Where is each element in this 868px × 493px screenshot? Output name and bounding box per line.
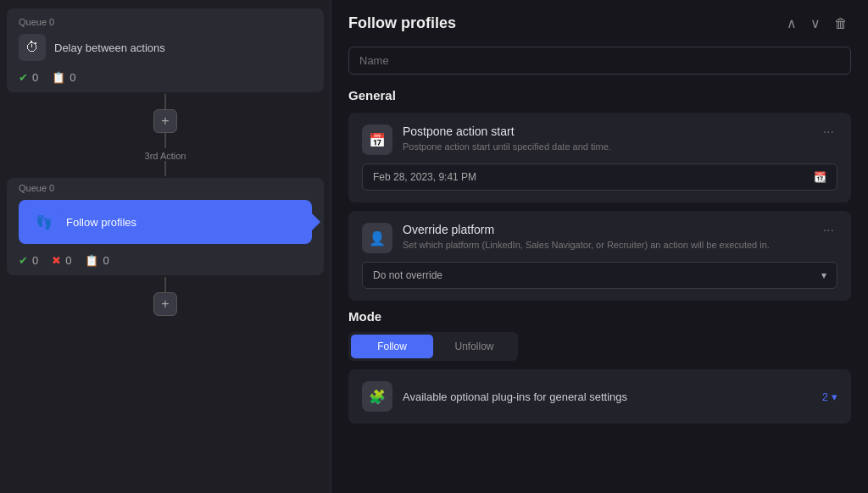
follow-check-icon: ✔ — [19, 254, 28, 267]
delay-check-stat: ✔ 0 — [19, 71, 38, 84]
postpone-icon: 📅 — [362, 125, 392, 155]
follow-action-card[interactable]: 👣 Follow profiles — [19, 200, 312, 244]
queue-bottom-label: Queue 0 — [19, 183, 312, 193]
follow-icon: 👣 — [31, 208, 58, 235]
date-value: Feb 28, 2023, 9:41 PM — [373, 171, 476, 183]
plugins-label: Available optional plug-ins for general … — [403, 391, 627, 403]
action-position-label: 3rd Action — [145, 151, 186, 161]
panel-header: Follow profiles ∧ ∨ 🗑 — [348, 14, 851, 33]
dropdown-value: Do not override — [373, 269, 442, 281]
queue-icon: 📋 — [52, 71, 65, 84]
chevron-down-btn[interactable]: ∨ — [807, 14, 824, 33]
follow-queue-icon: 📋 — [85, 254, 98, 267]
queue-top-label: Queue 0 — [19, 17, 312, 27]
plugins-icon: 🧩 — [362, 381, 392, 412]
override-card: 👤 Override platform Set which platform (… — [348, 211, 851, 301]
follow-queue-stat: 📋 0 — [85, 254, 108, 267]
date-selector[interactable]: Feb 28, 2023, 9:41 PM 📆 — [362, 163, 837, 191]
delay-action-row: ⏱ Delay between actions — [19, 34, 312, 61]
check-icon: ✔ — [19, 71, 28, 84]
delay-icon: ⏱ — [19, 34, 46, 61]
line-b1 — [164, 277, 166, 292]
header-actions: ∧ ∨ 🗑 — [783, 14, 851, 33]
override-dots-btn[interactable]: ··· — [820, 223, 837, 238]
override-icon: 👤 — [362, 223, 392, 253]
override-dropdown[interactable]: Do not override ▾ — [362, 262, 837, 289]
plugins-card[interactable]: 🧩 Available optional plug-ins for genera… — [348, 369, 851, 424]
follow-check-stat: ✔ 0 — [19, 254, 38, 267]
add-action-bottom-btn[interactable]: + — [153, 292, 177, 316]
override-name: Override platform — [403, 223, 770, 236]
mode-section: Mode Follow Unfollow — [348, 309, 851, 361]
postpone-info: Postpone action start Postpone action st… — [403, 125, 611, 153]
line-bottom — [164, 133, 166, 148]
delay-queue-stat: 📋 0 — [52, 71, 75, 84]
postpone-desc: Postpone action start until specified da… — [403, 141, 611, 153]
plugins-count: 2 ▾ — [822, 391, 837, 403]
postpone-name: Postpone action start — [403, 125, 611, 138]
override-left: 👤 Override platform Set which platform (… — [362, 223, 770, 253]
panel-title: Follow profiles — [348, 14, 456, 32]
postpone-left: 📅 Postpone action start Postpone action … — [362, 125, 611, 155]
unfollow-mode-btn[interactable]: Unfollow — [433, 335, 515, 358]
chevron-up-btn[interactable]: ∧ — [783, 14, 800, 33]
postpone-header: 📅 Postpone action start Postpone action … — [362, 125, 837, 155]
connector-top: + 3rd Action — [145, 94, 186, 176]
delete-btn[interactable]: 🗑 — [831, 14, 851, 33]
mode-title: Mode — [348, 309, 851, 324]
plugins-left: 🧩 Available optional plug-ins for genera… — [362, 381, 627, 412]
delay-stats-row: ✔ 0 📋 0 — [19, 71, 312, 84]
override-info: Override platform Set which platform (Li… — [403, 223, 770, 252]
follow-stats-row: ✔ 0 ✖ 0 📋 0 — [19, 254, 312, 267]
connector-bottom: + — [153, 277, 177, 316]
postpone-card: 📅 Postpone action start Postpone action … — [348, 113, 851, 202]
mode-toggle: Follow Unfollow — [348, 332, 518, 361]
right-panel: Follow profiles ∧ ∨ 🗑 General 📅 Postpone… — [331, 0, 868, 493]
calendar-icon: 📆 — [814, 171, 826, 183]
add-action-btn[interactable]: + — [153, 109, 177, 133]
follow-x-icon: ✖ — [52, 254, 61, 267]
override-desc: Set which platform (LinkedIn, Sales Navi… — [403, 239, 770, 252]
name-input[interactable] — [348, 47, 851, 75]
general-section-title: General — [348, 88, 851, 102]
follow-x-stat: ✖ 0 — [52, 254, 71, 267]
follow-queue-card: Queue 0 👣 Follow profiles ✔ 0 ✖ 0 📋 0 — [7, 178, 324, 275]
line-bottom2 — [164, 161, 166, 176]
delay-queue-card: Queue 0 ⏱ Delay between actions ✔ 0 📋 0 — [7, 8, 324, 92]
line-top — [164, 94, 166, 109]
delay-label: Delay between actions — [54, 42, 165, 54]
plugins-chevron-icon: ▾ — [832, 391, 837, 403]
override-header: 👤 Override platform Set which platform (… — [362, 223, 837, 253]
follow-label: Follow profiles — [66, 216, 136, 229]
left-panel: Queue 0 ⏱ Delay between actions ✔ 0 📋 0 … — [0, 0, 331, 493]
chevron-down-icon: ▾ — [821, 269, 826, 281]
follow-mode-btn[interactable]: Follow — [351, 335, 433, 358]
postpone-dots-btn[interactable]: ··· — [820, 125, 837, 140]
follow-action-row: 👣 Follow profiles — [31, 208, 300, 235]
